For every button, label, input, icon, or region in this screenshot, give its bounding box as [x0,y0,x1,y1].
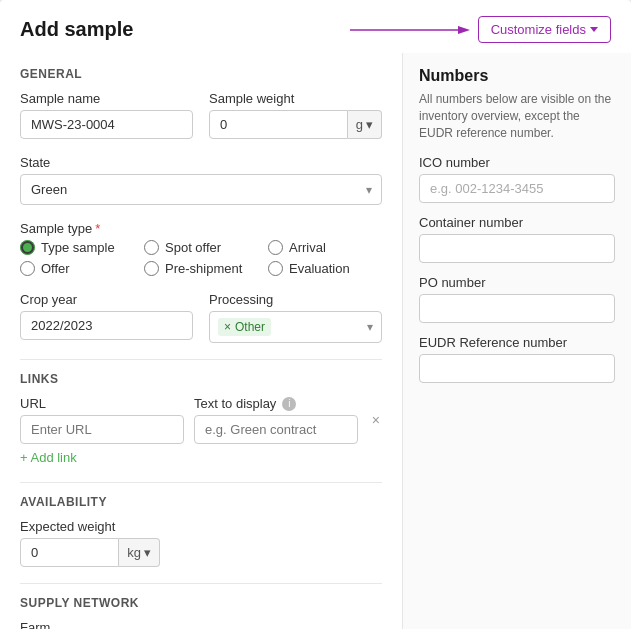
expected-weight-unit-button[interactable]: kg ▾ [119,538,160,567]
radio-evaluation-input[interactable] [268,261,283,276]
ico-number-field: ICO number [419,155,615,203]
radio-spot-offer-label: Spot offer [165,240,221,255]
url-label: URL [20,396,184,411]
crop-processing-row: Crop year Processing × Other ▾ [20,292,382,343]
processing-tag-select[interactable]: × Other ▾ [209,311,382,343]
sample-weight-unit-label: g [356,117,363,132]
links-section: URL Text to display i × + Add link [20,396,382,466]
radio-arrival[interactable]: Arrival [268,240,382,255]
sample-weight-label: Sample weight [209,91,382,106]
add-sample-modal: Add sample Customize fields General Samp… [0,0,631,629]
radio-offer-label: Offer [41,261,70,276]
expected-weight-input[interactable] [20,538,119,567]
url-col: URL [20,396,184,444]
left-panel: General Sample name Sample weight g ▾ [0,53,403,629]
general-section-title: General [20,67,382,81]
radio-arrival-label: Arrival [289,240,326,255]
divider-3 [20,583,382,584]
expected-weight-group: Expected weight kg ▾ [20,519,382,567]
url-input[interactable] [20,415,184,444]
ico-number-input[interactable] [419,174,615,203]
state-select-wrapper: Green [20,174,382,205]
processing-tag: × Other [218,318,271,336]
sample-type-radio-group: Type sample Spot offer Arrival Offer [20,240,382,276]
name-weight-row: Sample name Sample weight g ▾ [20,91,382,139]
text-to-display-info-icon: i [282,397,296,411]
sample-type-group: Sample type * Type sample Spot offer Arr… [20,221,382,276]
sample-weight-input[interactable] [209,110,348,139]
numbers-description: All numbers below are visible on the inv… [419,91,615,141]
expected-weight-unit-chevron-icon: ▾ [144,545,151,560]
radio-spot-offer[interactable]: Spot offer [144,240,258,255]
farm-group: Farm × Don James ▾ [20,620,382,629]
radio-evaluation[interactable]: Evaluation [268,261,382,276]
customize-fields-button[interactable]: Customize fields [478,16,611,43]
eudr-reference-field: EUDR Reference number [419,335,615,383]
unit-chevron-icon: ▾ [366,117,373,132]
radio-pre-shipment[interactable]: Pre-shipment [144,261,258,276]
po-number-label: PO number [419,275,615,290]
radio-arrival-input[interactable] [268,240,283,255]
po-number-input[interactable] [419,294,615,323]
radio-type-sample-input[interactable] [20,240,35,255]
processing-chevron-icon: ▾ [367,320,373,334]
text-to-display-input[interactable] [194,415,358,444]
state-label: State [20,155,382,170]
crop-year-input[interactable] [20,311,193,340]
sample-weight-unit-button[interactable]: g ▾ [348,110,382,139]
required-marker: * [95,221,100,236]
sample-name-label: Sample name [20,91,193,106]
radio-type-sample[interactable]: Type sample [20,240,134,255]
radio-spot-offer-input[interactable] [144,240,159,255]
radio-offer-input[interactable] [20,261,35,276]
eudr-reference-label: EUDR Reference number [419,335,615,350]
container-number-label: Container number [419,215,615,230]
chevron-down-icon [590,27,598,32]
arrow-connector [350,20,470,40]
right-panel: Numbers All numbers below are visible on… [403,53,631,629]
sample-weight-col: Sample weight g ▾ [209,91,382,139]
processing-col: Processing × Other ▾ [209,292,382,343]
eudr-reference-input[interactable] [419,354,615,383]
modal-header: Add sample Customize fields [0,0,631,53]
crop-year-label: Crop year [20,292,193,307]
links-row: URL Text to display i × [20,396,382,444]
radio-pre-shipment-input[interactable] [144,261,159,276]
state-select[interactable]: Green [20,174,382,205]
po-number-field: PO number [419,275,615,323]
ico-number-label: ICO number [419,155,615,170]
text-to-display-col: Text to display i × [194,396,358,444]
links-section-title: Links [20,372,382,386]
supply-network-section-title: Supply network [20,596,382,610]
farm-label: Farm [20,620,382,629]
text-to-display-label: Text to display i [194,396,358,411]
availability-section-title: Availability [20,495,382,509]
numbers-title: Numbers [419,67,615,85]
container-number-field: Container number [419,215,615,263]
sample-type-label: Sample type * [20,221,382,236]
modal-title: Add sample [20,18,133,41]
radio-pre-shipment-label: Pre-shipment [165,261,242,276]
customize-fields-label: Customize fields [491,22,586,37]
processing-tag-label: Other [235,320,265,334]
modal-body: General Sample name Sample weight g ▾ [0,53,631,629]
divider-1 [20,359,382,360]
crop-year-col: Crop year [20,292,193,343]
processing-label: Processing [209,292,382,307]
svg-marker-1 [458,26,470,34]
expected-weight-unit-label: kg [127,545,141,560]
radio-offer[interactable]: Offer [20,261,134,276]
container-number-input[interactable] [419,234,615,263]
add-link-button[interactable]: + Add link [20,450,77,465]
state-group: State Green [20,155,382,205]
radio-type-sample-label: Type sample [41,240,115,255]
clear-text-display-icon[interactable]: × [372,412,380,428]
sample-name-col: Sample name [20,91,193,139]
header-right: Customize fields [350,16,611,43]
processing-tag-remove[interactable]: × [224,320,231,334]
expected-weight-input-group: kg ▾ [20,538,160,567]
radio-evaluation-label: Evaluation [289,261,350,276]
expected-weight-label: Expected weight [20,519,382,534]
sample-weight-input-group: g ▾ [209,110,382,139]
sample-name-input[interactable] [20,110,193,139]
